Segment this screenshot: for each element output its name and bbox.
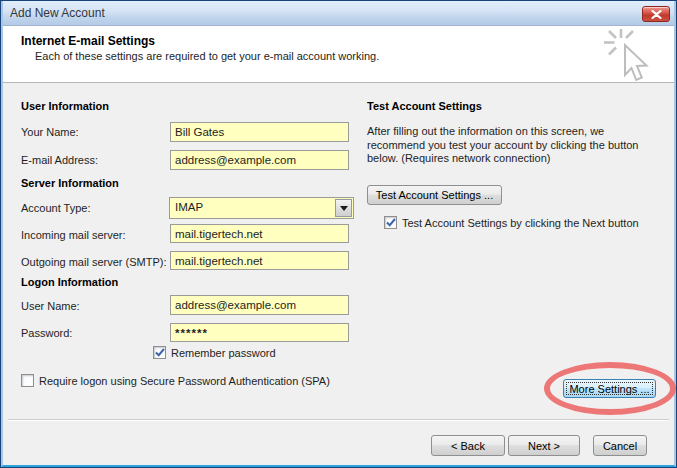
page-subtitle: Each of these settings are required to g… — [35, 50, 379, 62]
incoming-server-field[interactable] — [170, 224, 349, 243]
section-user-information: User Information — [21, 100, 109, 112]
test-next-checkbox[interactable] — [384, 216, 397, 229]
test-next-checkbox-label: Test Account Settings by clicking the Ne… — [402, 217, 639, 229]
remember-password-checkbox[interactable] — [153, 346, 166, 359]
cursor-click-icon — [601, 29, 663, 87]
spa-checkbox[interactable] — [21, 374, 34, 387]
check-icon — [155, 348, 165, 357]
check-icon — [386, 218, 396, 227]
user-name-label: User Name: — [21, 300, 80, 312]
password-label: Password: — [21, 327, 72, 339]
user-name-field[interactable] — [170, 295, 349, 315]
email-address-label: E-mail Address: — [21, 154, 98, 166]
chevron-down-icon — [340, 206, 348, 211]
spa-label: Require logon using Secure Password Auth… — [39, 375, 330, 387]
test-account-settings-button[interactable]: Test Account Settings ... — [367, 185, 502, 205]
your-name-field[interactable] — [170, 122, 349, 142]
section-test-account-settings: Test Account Settings — [367, 100, 482, 112]
next-button[interactable]: Next > — [508, 435, 580, 456]
add-new-account-dialog: Add New Account Internet E-mail Settings… — [0, 0, 677, 468]
close-icon — [651, 10, 662, 19]
dialog-header: Internet E-mail Settings Each of these s… — [2, 26, 675, 83]
outgoing-server-field[interactable] — [170, 251, 349, 270]
section-logon-information: Logon Information — [21, 276, 118, 288]
account-type-label: Account Type: — [21, 202, 91, 214]
more-settings-button[interactable]: More Settings ... — [563, 379, 656, 398]
account-type-dropdown[interactable]: IMAP — [169, 197, 354, 219]
dropdown-arrow-button[interactable] — [335, 199, 352, 217]
window-title: Add New Account — [10, 1, 105, 25]
incoming-server-label: Incoming mail server: — [21, 229, 126, 241]
outgoing-server-label: Outgoing mail server (SMTP): — [21, 256, 166, 268]
password-field[interactable] — [170, 323, 349, 342]
section-server-information: Server Information — [21, 177, 119, 189]
page-title: Internet E-mail Settings — [21, 34, 155, 48]
your-name-label: Your Name: — [21, 126, 79, 138]
test-settings-description: After filling out the information on thi… — [367, 125, 669, 166]
remember-password-label: Remember password — [171, 347, 276, 359]
close-button[interactable] — [642, 6, 670, 22]
email-address-field[interactable] — [170, 150, 349, 170]
titlebar: Add New Account — [1, 1, 676, 26]
cancel-button[interactable]: Cancel — [593, 435, 647, 456]
footer-separator — [8, 419, 669, 421]
account-type-value: IMAP — [175, 201, 203, 213]
back-button[interactable]: < Back — [431, 435, 505, 456]
